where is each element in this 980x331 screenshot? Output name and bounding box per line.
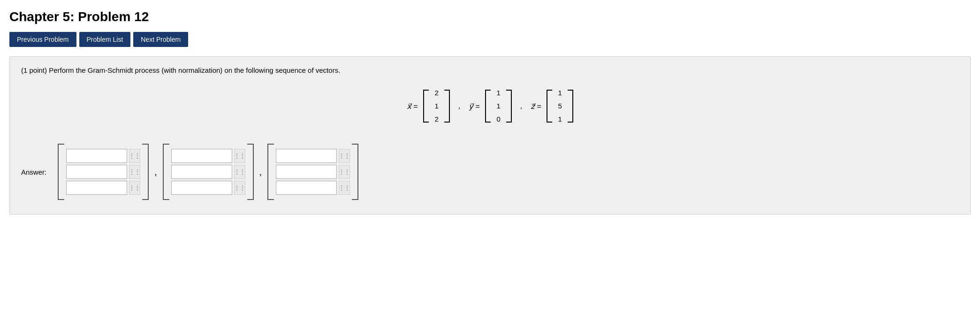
z-val-2: 5 — [558, 100, 562, 112]
input-row-1-1: ⋮⋮ — [66, 149, 140, 163]
y-vector-matrix: 1 1 0 — [485, 85, 511, 127]
x-vector-matrix: 2 1 2 — [423, 85, 449, 127]
comma-2: , — [520, 102, 522, 110]
bracket-left-2 — [163, 144, 169, 200]
z-vector-label: z⃗ = — [531, 102, 541, 111]
z-val-1: 1 — [558, 87, 562, 99]
x-val-2: 1 — [434, 100, 438, 112]
answer-input-3-3[interactable] — [276, 181, 337, 195]
input-row-3-2: ⋮⋮ — [276, 165, 350, 179]
navigation-buttons: Previous Problem Problem List Next Probl… — [9, 32, 971, 47]
answer-input-1-1[interactable] — [66, 149, 127, 163]
grid-icon-2-3[interactable]: ⋮⋮ — [234, 181, 245, 195]
answer-input-3-2[interactable] — [276, 165, 337, 179]
comma-1: , — [458, 102, 460, 110]
vectors-display: x⃗ = 2 1 2 , y⃗ = 1 1 0 , — [21, 85, 959, 127]
bracket-left-1 — [58, 144, 64, 200]
point-value: (1 point) — [21, 66, 47, 74]
answer-input-1-2[interactable] — [66, 165, 127, 179]
problem-description: Perform the Gram-Schmidt process (with n… — [49, 66, 340, 74]
answer-matrix-1: ⋮⋮ ⋮⋮ ⋮⋮ — [58, 144, 149, 200]
grid-icon-3-3[interactable]: ⋮⋮ — [339, 181, 350, 195]
problem-statement: (1 point) Perform the Gram-Schmidt proce… — [21, 66, 959, 74]
input-cells-1: ⋮⋮ ⋮⋮ ⋮⋮ — [66, 147, 140, 197]
input-row-1-3: ⋮⋮ — [66, 181, 140, 195]
answer-matrix-2: ⋮⋮ ⋮⋮ ⋮⋮ — [163, 144, 254, 200]
z-val-3: 1 — [558, 114, 562, 125]
bracket-left-3 — [267, 144, 274, 200]
input-row-1-2: ⋮⋮ — [66, 165, 140, 179]
grid-icon-3-2[interactable]: ⋮⋮ — [339, 165, 350, 179]
grid-icon-1-3[interactable]: ⋮⋮ — [129, 181, 140, 195]
grid-icon-1-1[interactable]: ⋮⋮ — [129, 149, 140, 163]
answer-matrix-3: ⋮⋮ ⋮⋮ ⋮⋮ — [267, 144, 358, 200]
problem-list-button[interactable]: Problem List — [79, 32, 131, 47]
input-cells-2: ⋮⋮ ⋮⋮ ⋮⋮ — [171, 147, 245, 197]
input-cells-3: ⋮⋮ ⋮⋮ ⋮⋮ — [276, 147, 350, 197]
grid-icon-2-1[interactable]: ⋮⋮ — [234, 149, 245, 163]
bracket-right-1 — [142, 144, 149, 200]
answer-input-2-3[interactable] — [171, 181, 232, 195]
answer-input-1-3[interactable] — [66, 181, 127, 195]
answer-comma-2: , — [259, 167, 262, 177]
input-row-2-2: ⋮⋮ — [171, 165, 245, 179]
bracket-right-3 — [352, 144, 358, 200]
x-val-1: 2 — [434, 87, 438, 99]
input-row-2-1: ⋮⋮ — [171, 149, 245, 163]
y-val-2: 1 — [496, 100, 500, 112]
y-val-3: 0 — [496, 114, 500, 125]
answer-label: Answer: — [21, 168, 49, 176]
y-vector-label: y⃗ = — [469, 102, 479, 111]
page-title: Chapter 5: Problem 12 — [9, 9, 971, 24]
answer-input-2-1[interactable] — [171, 149, 232, 163]
input-row-3-1: ⋮⋮ — [276, 149, 350, 163]
grid-icon-3-1[interactable]: ⋮⋮ — [339, 149, 350, 163]
grid-icon-2-2[interactable]: ⋮⋮ — [234, 165, 245, 179]
answer-row: Answer: ⋮⋮ ⋮⋮ ⋮⋮ , — [21, 144, 959, 200]
answer-input-3-1[interactable] — [276, 149, 337, 163]
x-val-3: 2 — [434, 114, 438, 125]
problem-container: (1 point) Perform the Gram-Schmidt proce… — [9, 56, 971, 215]
prev-problem-button[interactable]: Previous Problem — [9, 32, 76, 47]
grid-icon-1-2[interactable]: ⋮⋮ — [129, 165, 140, 179]
answer-input-2-2[interactable] — [171, 165, 232, 179]
input-row-3-3: ⋮⋮ — [276, 181, 350, 195]
next-problem-button[interactable]: Next Problem — [133, 32, 188, 47]
x-vector-label: x⃗ = — [407, 102, 418, 111]
y-val-1: 1 — [496, 87, 500, 99]
input-row-2-3: ⋮⋮ — [171, 181, 245, 195]
z-vector-matrix: 1 5 1 — [547, 85, 573, 127]
answer-comma-1: , — [154, 167, 157, 177]
bracket-right-2 — [247, 144, 254, 200]
